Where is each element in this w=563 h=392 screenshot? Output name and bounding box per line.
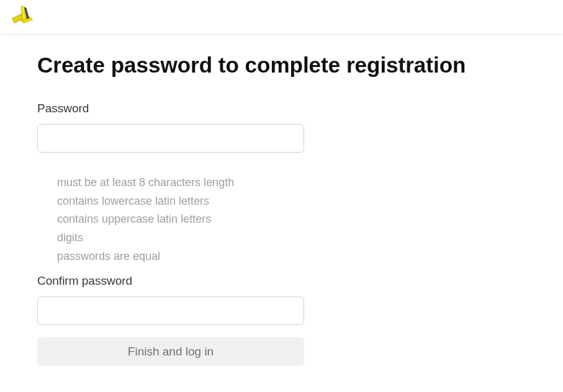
confirm-password-input[interactable]: [37, 296, 304, 325]
page-title: Create password to complete registration: [37, 52, 521, 78]
confirm-password-label: Confirm password: [37, 274, 521, 288]
content: Create password to complete registration…: [0, 35, 559, 383]
logo-icon: [9, 4, 36, 31]
password-label: Password: [37, 102, 521, 115]
rule-match: passwords are equal: [57, 247, 521, 266]
confirm-password-field-group: Confirm password: [37, 274, 521, 325]
rule-lowercase: contains lowercase latin letters: [57, 192, 521, 211]
rule-digits: digits: [57, 229, 521, 247]
finish-login-button[interactable]: Finish and log in: [37, 337, 304, 366]
password-field-group: Password: [37, 102, 521, 153]
password-input[interactable]: [37, 124, 304, 153]
topbar: [0, 0, 563, 35]
finish-login-button-label: Finish and log in: [128, 345, 214, 359]
password-rules-list: must be at least 8 characters length con…: [37, 165, 521, 274]
rule-uppercase: contains uppercase latin letters: [57, 210, 521, 229]
rule-min-length: must be at least 8 characters length: [57, 174, 521, 192]
